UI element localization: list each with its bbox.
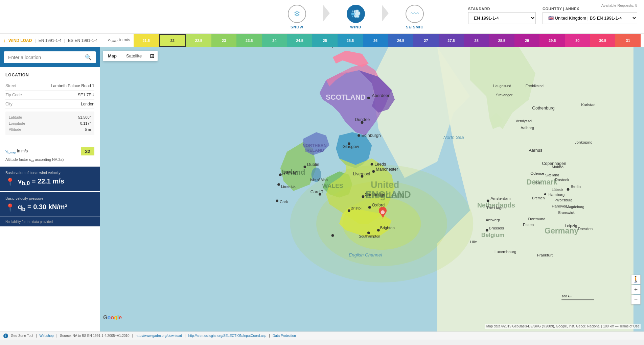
svg-text:Haugesund: Haugesund — [493, 84, 511, 88]
location-title: LOCATION — [5, 73, 94, 77]
bottom-source: Source: NA to BS EN 1991-1-4:2005+A1:201… — [60, 334, 129, 338]
svg-point-74 — [486, 229, 488, 231]
zoom-in-button[interactable]: + — [631, 285, 641, 294]
svg-text:Dublin: Dublin — [307, 162, 319, 167]
scale-cell-28.5[interactable]: 28.5 — [489, 34, 514, 47]
map-tab-map[interactable]: Map — [103, 51, 121, 61]
dropdowns-area: STANDARD EN 1991-1-4 COUNTRY | ANNEX 🇬🇧 … — [468, 7, 637, 24]
scale-cell-30[interactable]: 30 — [565, 34, 590, 47]
svg-text:Germany: Germany — [545, 226, 579, 235]
svg-point-17 — [367, 97, 370, 99]
svg-text:Brunswick: Brunswick — [558, 211, 575, 215]
vb0-formula: vb,0 = 22.1 m/s — [18, 177, 64, 187]
nav-wind[interactable]: 💨 WIND — [347, 5, 365, 29]
svg-text:Bristol: Bristol — [351, 206, 362, 210]
search-box: 🔍 — [0, 47, 100, 67]
scale-cell-22.5[interactable]: 22.5 — [186, 34, 211, 47]
svg-text:Dortmund: Dortmund — [528, 217, 546, 221]
scale-cell-24[interactable]: 24 — [262, 34, 287, 47]
country-label: COUNTRY | ANNEX — [543, 7, 637, 11]
scale-cell-28[interactable]: 28 — [464, 34, 489, 47]
scale-cell-23.5[interactable]: 23.5 — [236, 34, 262, 47]
svg-text:Lille: Lille — [470, 240, 477, 244]
wind-load-label: WIND LOAD — [8, 38, 32, 43]
scale-cell-30.5[interactable]: 30.5 — [590, 34, 616, 47]
altitude-note: Altitude factor calt according NA.2a) — [5, 157, 94, 163]
search-input-wrap[interactable]: 🔍 — [4, 51, 96, 63]
svg-text:Bremen: Bremen — [532, 196, 545, 200]
scale-cell-26.5[interactable]: 26.5 — [388, 34, 413, 47]
search-icon[interactable]: 🔍 — [85, 54, 92, 60]
scale-cell-27[interactable]: 27 — [413, 34, 439, 47]
scale-cell-23[interactable]: 23 — [211, 34, 237, 47]
location-row-street: Street Lambeth Palace Road 1 — [5, 81, 94, 91]
svg-text:Gothenburg: Gothenburg — [532, 106, 554, 110]
scale-cell-24.5[interactable]: 24.5 — [287, 34, 313, 47]
scale-cell-31[interactable]: 31 — [615, 34, 641, 47]
country-select[interactable]: 🇬🇧 United Kingdom | BS EN 1991-1-4 — [543, 12, 637, 24]
svg-text:Frankfurt: Frankfurt — [537, 253, 553, 257]
svg-text:Cardiff: Cardiff — [310, 190, 323, 194]
map-background: SCOTLAND ENGLAND WALES NORTHERN IRELAND … — [100, 47, 644, 331]
bottom-link1[interactable]: http://www.gadm.org/download — [136, 334, 182, 338]
svg-text:Aalborg: Aalborg — [521, 125, 534, 130]
svg-text:Isle of Man: Isle of Man — [308, 47, 326, 48]
svg-text:Belgium: Belgium — [481, 231, 505, 238]
color-scale: 21.52222.52323.52424.52525.52626.52727.5… — [134, 34, 641, 47]
map-layers-icon[interactable]: ⊞ — [146, 51, 158, 61]
sidebar: 🔍 LOCATION Street Lambeth Palace Road 1 … — [0, 47, 100, 331]
svg-text:Edinburgh: Edinburgh — [362, 133, 381, 138]
scale-cell-27.5[interactable]: 27.5 — [439, 34, 464, 47]
scale-cell-29.5[interactable]: 29.5 — [539, 34, 565, 47]
svg-text:Lübeck: Lübeck — [552, 188, 564, 192]
svg-text:Berlin: Berlin — [571, 184, 581, 189]
bottom-webshop[interactable]: Webshop — [40, 334, 54, 338]
svg-point-25 — [371, 163, 373, 166]
svg-text:Isle of Man: Isle of Man — [310, 178, 328, 182]
location-row-city: City London — [5, 100, 94, 109]
bottom-data-protection[interactable]: Data Protection — [273, 334, 296, 338]
zoom-controls: 🚶 + − — [631, 275, 641, 304]
svg-point-43 — [331, 234, 334, 237]
zoom-out-button[interactable]: − — [631, 295, 641, 304]
svg-point-53 — [277, 183, 280, 186]
svg-text:Fredrikstad: Fredrikstad — [526, 84, 544, 88]
svg-point-91 — [567, 188, 570, 191]
scale-cell-25[interactable]: 25 — [312, 34, 338, 47]
svg-text:English Channel: English Channel — [349, 252, 382, 257]
svg-text:◦Magdeburg: ◦Magdeburg — [565, 205, 584, 209]
svg-text:Brussels: Brussels — [489, 226, 504, 230]
city-key: City — [5, 102, 13, 106]
svg-point-27 — [372, 170, 375, 173]
svg-text:Galway: Galway — [283, 170, 297, 175]
bottom-link2[interactable]: http://srtm.csi.cgiar.org/SELECTION/inpu… — [188, 334, 267, 338]
location-section: LOCATION Street Lambeth Palace Road 1 Zi… — [0, 67, 100, 143]
scale-cell-21.5[interactable]: 21.5 — [134, 34, 159, 47]
main-layout: 🔍 LOCATION Street Lambeth Palace Road 1 … — [0, 47, 644, 331]
svg-text:Kiel: Kiel — [535, 180, 542, 184]
svg-text:Vendyssel: Vendyssel — [516, 119, 532, 123]
svg-text:WALES: WALES — [322, 182, 343, 189]
scale-cell-29[interactable]: 29 — [514, 34, 540, 47]
standard-select[interactable]: EN 1991-1-4 — [468, 12, 536, 24]
svg-text:Rostock: Rostock — [555, 177, 569, 182]
nav-seismic[interactable]: 〰 SEISMIC — [406, 5, 424, 29]
vb-result-section: vb,map in m/s 22 Altitude factor calt ac… — [0, 143, 100, 167]
svg-point-37 — [348, 209, 350, 212]
svg-point-35 — [368, 206, 371, 209]
scale-cell-22[interactable]: 22 — [159, 34, 186, 47]
scale-cell-26[interactable]: 26 — [363, 34, 388, 47]
svg-text:Brighton: Brighton — [380, 225, 395, 230]
nav-items: ❄ SNOW 💨 WIND 〰 SEISMIC — [220, 5, 424, 29]
map-area[interactable]: Map Satellite ⊞ — [100, 47, 644, 331]
scale-cell-25.5[interactable]: 25.5 — [338, 34, 363, 47]
snow-icon: ❄ — [288, 5, 306, 23]
street-view-icon[interactable]: 🚶 — [631, 275, 641, 284]
wind-arrow-icon: ↓ — [3, 38, 6, 43]
wind-load-bar: ↓ WIND LOAD | EN 1991-1-4 | BS EN 1991-1… — [0, 34, 644, 47]
nav-snow[interactable]: ❄ SNOW — [288, 5, 306, 29]
search-input[interactable] — [8, 55, 85, 60]
bottom-bar: i Geo-Zone Tool | Webshop | Source: NA t… — [0, 331, 644, 340]
map-tab-satellite[interactable]: Satellite — [121, 51, 146, 61]
svg-text:IRELAND: IRELAND — [305, 148, 324, 153]
